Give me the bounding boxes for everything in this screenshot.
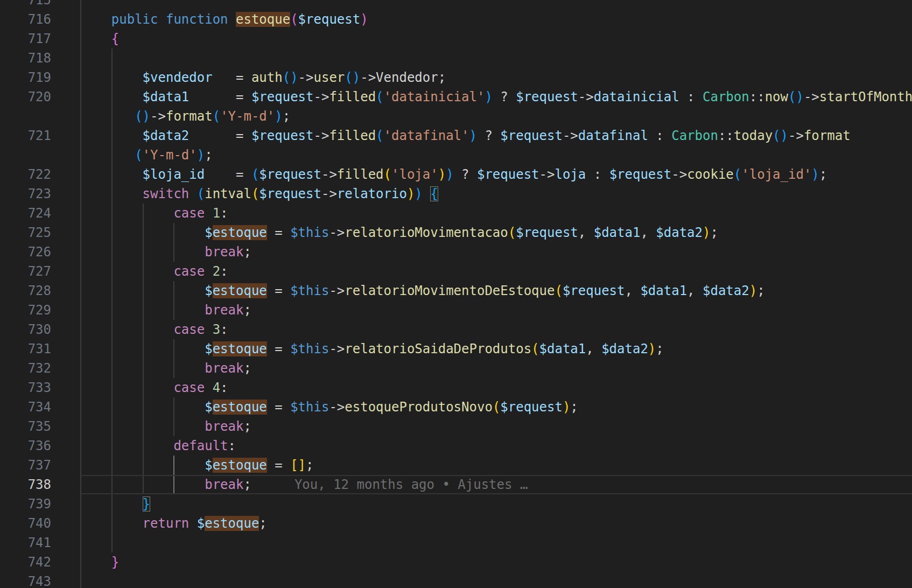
token: = xyxy=(189,89,251,104)
token xyxy=(80,70,143,85)
token: 'Y-m-d' xyxy=(220,109,275,124)
line-number: 735 xyxy=(0,417,51,436)
code-line-733[interactable]: 733 case 4: xyxy=(0,378,912,397)
code-text: case 1: xyxy=(51,204,228,223)
token: relatorioMovimentoDeEstoque xyxy=(345,283,555,298)
code-line-738[interactable]: 738 break;You, 12 months ago • Ajustes … xyxy=(0,475,912,494)
token: case xyxy=(173,380,205,395)
token: ) xyxy=(360,12,368,27)
token: = xyxy=(213,70,251,85)
code-line-731[interactable]: 731 $estoque = $this->relatorioSaidaDePr… xyxy=(0,339,912,359)
token: -> xyxy=(329,225,345,240)
token xyxy=(189,186,197,201)
token: filled xyxy=(329,89,376,104)
token: Carbon xyxy=(703,89,749,104)
code-line-724[interactable]: 724 case 1: xyxy=(0,204,912,223)
code-line-wrap[interactable]: ('Y-m-d'); xyxy=(0,145,912,165)
code-line-743[interactable]: 743 xyxy=(0,572,912,588)
token: = xyxy=(267,225,290,240)
code-line-722[interactable]: 722 $loja_id = ($request->filled('loja')… xyxy=(0,165,912,184)
token: () xyxy=(135,109,150,124)
line-number: 742 xyxy=(0,552,51,572)
code-line-716[interactable]: 716 public function estoque($request) xyxy=(0,10,912,29)
code-line-740[interactable]: 740 return $estoque; xyxy=(0,514,912,533)
token: $data2 xyxy=(143,128,190,143)
line-number: 717 xyxy=(0,29,51,48)
code-line-720[interactable]: 720 $data1 = $request->filled('datainici… xyxy=(0,87,912,107)
token xyxy=(80,458,205,473)
code-line-718[interactable]: 718 xyxy=(0,48,912,68)
code-line-717[interactable]: 717 { xyxy=(0,29,912,48)
token: $data1 xyxy=(594,225,641,240)
token: relatorioSaidaDeProdutos xyxy=(345,341,531,356)
code-line-735[interactable]: 735 break; xyxy=(0,417,912,436)
token: $request xyxy=(516,225,578,240)
code-line-715[interactable]: 715 xyxy=(0,0,912,10)
code-line-725[interactable]: 725 $estoque = $this->relatorioMovimenta… xyxy=(0,223,912,242)
token: estoque xyxy=(213,283,267,298)
token xyxy=(80,496,143,512)
token: 2 xyxy=(213,264,220,279)
code-line-730[interactable]: 730 case 3: xyxy=(0,320,912,339)
line-number: 722 xyxy=(0,165,51,184)
code-line-736[interactable]: 736 default: xyxy=(0,436,912,456)
code-line-741[interactable]: 741 xyxy=(0,533,912,552)
code-line-729[interactable]: 729 break; xyxy=(0,300,912,320)
token: estoque xyxy=(213,225,267,240)
code-text: break; xyxy=(51,300,251,320)
token: ) xyxy=(811,167,819,182)
token: case xyxy=(173,322,205,337)
token: Carbon xyxy=(671,128,718,143)
token: ( xyxy=(290,12,298,27)
token: -> xyxy=(321,167,337,182)
code-line-wrap[interactable]: ()->format('Y-m-d'); xyxy=(0,107,912,126)
token: , xyxy=(586,341,601,356)
token: -> xyxy=(539,167,555,182)
code-line-726[interactable]: 726 break; xyxy=(0,242,912,262)
token: datainicial xyxy=(594,89,679,104)
token: : xyxy=(220,322,228,337)
token: $ xyxy=(205,341,212,356)
token: ( xyxy=(734,167,741,182)
code-line-723[interactable]: 723 switch (intval($request->relatorio))… xyxy=(0,184,912,204)
token: ) xyxy=(563,400,570,415)
code-text: case 2: xyxy=(51,262,228,281)
token: : xyxy=(679,89,703,104)
token: $data1 xyxy=(143,89,190,104)
code-line-742[interactable]: 742 } xyxy=(0,552,912,572)
line-number: 725 xyxy=(0,223,51,242)
token: $data1 xyxy=(539,341,586,356)
token: ( xyxy=(213,109,220,124)
code-text: break; xyxy=(51,359,251,378)
code-line-737[interactable]: 737 $estoque = []; xyxy=(0,456,912,475)
code-text: $vendedor = auth()->user()->Vendedor; xyxy=(51,68,446,87)
code-line-719[interactable]: 719 $vendedor = auth()->user()->Vendedor… xyxy=(0,68,912,87)
code-line-728[interactable]: 728 $estoque = $this->relatorioMovimento… xyxy=(0,281,912,300)
token xyxy=(80,264,173,279)
code-line-721[interactable]: 721 $data2 = $request->filled('datafinal… xyxy=(0,126,912,145)
line-number: 738 xyxy=(0,475,51,494)
token: () xyxy=(788,89,804,104)
token xyxy=(80,303,205,318)
token: 1 xyxy=(213,206,220,221)
token: ( xyxy=(135,148,142,163)
token xyxy=(80,341,205,356)
token: = xyxy=(205,167,251,182)
token: ; xyxy=(757,283,764,298)
token: filled xyxy=(337,167,384,182)
token: $this xyxy=(290,341,329,356)
code-line-734[interactable]: 734 $estoque = $this->estoqueProdutosNov… xyxy=(0,397,912,417)
code-line-727[interactable]: 727 case 2: xyxy=(0,262,912,281)
token: user xyxy=(314,70,345,85)
token xyxy=(80,244,205,260)
token: $request xyxy=(500,128,563,143)
token xyxy=(80,206,173,221)
code-line-732[interactable]: 732 break; xyxy=(0,359,912,378)
token: intval xyxy=(205,186,251,201)
token: $request xyxy=(563,283,625,298)
code-text: break;You, 12 months ago • Ajustes … xyxy=(51,475,528,494)
token: today xyxy=(734,128,773,143)
token: $ xyxy=(205,458,212,473)
code-line-739[interactable]: 739 } xyxy=(0,494,912,514)
code-editor[interactable]: 715716 public function estoque($request)… xyxy=(0,0,912,588)
